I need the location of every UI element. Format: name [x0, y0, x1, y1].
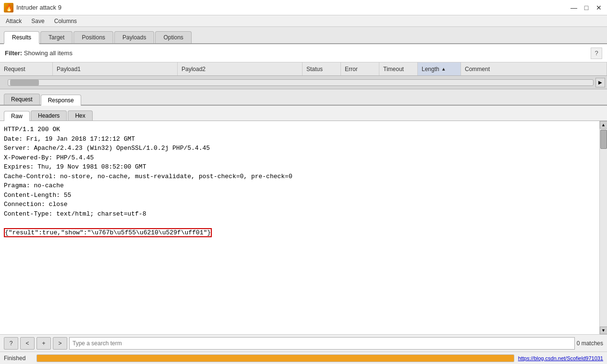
vertical-scrollbar[interactable]: ▲ ▼ [599, 121, 607, 334]
menu-save[interactable]: Save [29, 17, 46, 25]
status-bar: Finished https://blog.csdn.net/Scofield9… [0, 352, 607, 364]
filter-text: Filter: Showing all items [5, 49, 591, 57]
menu-columns[interactable]: Columns [52, 17, 79, 25]
scroll-right-button[interactable]: ▶ [595, 78, 605, 87]
filter-help-button[interactable]: ? [591, 48, 602, 59]
col-payload2[interactable]: Payload2 [178, 62, 303, 75]
req-resp-tabs: Request Response [0, 89, 607, 106]
sort-arrow-icon: ▲ [441, 66, 446, 72]
tab-headers[interactable]: Headers [31, 110, 67, 121]
response-headers: HTTP/1.1 200 OK Date: Fri, 19 Jan 2018 1… [4, 126, 292, 218]
col-payload1[interactable]: Payload1 [53, 62, 178, 75]
tab-results[interactable]: Results [4, 31, 39, 44]
scroll-up-button[interactable]: ▲ [600, 121, 607, 129]
tab-raw[interactable]: Raw [4, 111, 30, 121]
col-error[interactable]: Error [341, 62, 379, 75]
status-url[interactable]: https://blog.csdn.net/Scofield971031 [518, 355, 603, 361]
window-controls: — □ ✕ [570, 3, 603, 12]
tab-request[interactable]: Request [4, 94, 40, 105]
scroll-thumb[interactable] [600, 130, 607, 149]
col-comment[interactable]: Comment [461, 62, 607, 75]
tab-payloads[interactable]: Payloads [114, 31, 154, 43]
app-icon: 🔥 [4, 3, 13, 12]
scroll-track[interactable] [600, 129, 607, 327]
col-request[interactable]: Request [0, 62, 53, 75]
horizontal-scrollbar[interactable] [8, 79, 594, 86]
tab-options[interactable]: Options [155, 31, 191, 43]
filter-bar: Filter: Showing all items ? [0, 44, 607, 62]
maximize-button[interactable]: □ [582, 3, 591, 12]
match-count: 0 matches [577, 340, 603, 347]
col-timeout[interactable]: Timeout [379, 62, 418, 75]
scroll-down-button[interactable]: ▼ [600, 327, 607, 334]
content-area: HTTP/1.1 200 OK Date: Fri, 19 Jan 2018 1… [0, 121, 607, 334]
search-bar: ? < + > 0 matches [0, 334, 607, 352]
menu-attack[interactable]: Attack [4, 17, 24, 25]
raw-tabs: Raw Headers Hex [0, 106, 607, 121]
table-header: Request Payload1 Payload2 Status Error T… [0, 62, 607, 76]
search-input[interactable] [69, 337, 575, 350]
col-length[interactable]: Length ▲ [418, 62, 461, 75]
tab-positions[interactable]: Positions [73, 31, 113, 43]
progress-fill [37, 355, 514, 362]
title-left: 🔥 Intruder attack 9 [4, 3, 61, 12]
col-status[interactable]: Status [303, 62, 341, 75]
minimize-button[interactable]: — [570, 3, 578, 12]
main-tabs: Results Target Positions Payloads Option… [0, 27, 607, 44]
filter-value: Showing all items [24, 49, 73, 57]
highlighted-response: {"result":true,"show":"\u767b\u5f55\u621… [4, 228, 212, 237]
title-text: Intruder attack 9 [16, 4, 61, 11]
table-scroll-area: ▶ [0, 76, 607, 89]
search-prev-button[interactable]: < [20, 337, 35, 350]
close-button[interactable]: ✕ [595, 3, 603, 12]
response-content[interactable]: HTTP/1.1 200 OK Date: Fri, 19 Jan 2018 1… [0, 121, 599, 334]
tab-target[interactable]: Target [40, 31, 73, 43]
search-add-button[interactable]: + [36, 337, 51, 350]
status-text: Finished [4, 355, 33, 362]
tab-hex[interactable]: Hex [68, 110, 92, 121]
progress-bar [36, 354, 514, 362]
search-help-button[interactable]: ? [4, 337, 18, 350]
search-next-button[interactable]: > [53, 337, 67, 350]
tab-response[interactable]: Response [41, 95, 81, 106]
title-bar: 🔥 Intruder attack 9 — □ ✕ [0, 0, 607, 15]
menu-bar: Attack Save Columns [0, 15, 607, 27]
